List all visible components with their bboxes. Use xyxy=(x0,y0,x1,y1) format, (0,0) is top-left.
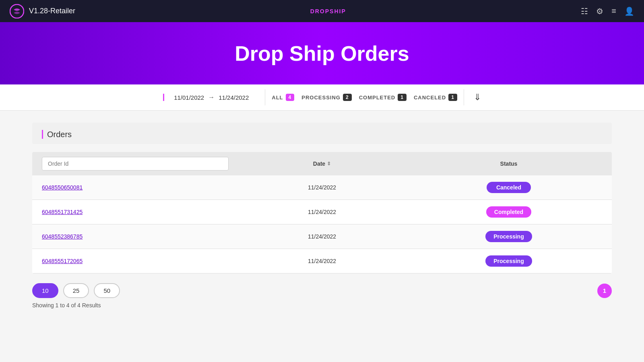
apps-icon[interactable]: ≡ xyxy=(611,6,616,16)
status-badge: Canceled xyxy=(487,182,531,193)
order-id-cell: 6048550650081 xyxy=(42,184,229,191)
nav-left: V1.28-Retailer xyxy=(10,4,75,19)
per-page-25-btn[interactable]: 25 xyxy=(63,283,89,298)
pagination-pages: 1 xyxy=(597,284,612,298)
date-sort-icon[interactable]: ⇕ xyxy=(327,161,331,167)
filter-completed-label: COMPLETED xyxy=(359,95,396,101)
order-id-cell: 6048552386785 xyxy=(42,233,229,240)
order-date-cell: 11/24/2022 xyxy=(229,184,415,191)
page-title: Drop Ship Orders xyxy=(235,41,409,66)
pagination-bar: 10 25 50 1 xyxy=(32,283,612,298)
orders-section-title: Orders xyxy=(42,130,72,139)
table-row: 6048555172065 11/24/2022 Processing xyxy=(32,249,612,274)
order-id-search-input[interactable] xyxy=(42,157,229,171)
per-page-50-btn[interactable]: 50 xyxy=(94,283,120,298)
table-body: 6048550650081 11/24/2022 Canceled 604855… xyxy=(32,175,612,274)
filter-canceled-btn[interactable]: CANCELED 1 xyxy=(414,94,457,101)
order-date-cell: 11/24/2022 xyxy=(229,233,415,240)
grid-list-icon[interactable]: ☷ xyxy=(581,6,588,16)
order-id-link[interactable]: 6048552386785 xyxy=(42,233,83,240)
download-icon[interactable]: ⇓ xyxy=(474,92,481,103)
date-column-header: Date ⇕ xyxy=(229,160,415,167)
page-1-btn[interactable]: 1 xyxy=(597,284,612,298)
filter-processing-badge: 2 xyxy=(343,94,352,101)
order-id-link[interactable]: 6048555172065 xyxy=(42,258,83,264)
filter-processing-label: PROCESSING xyxy=(301,95,341,101)
order-status-cell: Processing xyxy=(415,255,602,267)
order-date-cell: 11/24/2022 xyxy=(229,258,415,264)
user-icon[interactable]: 👤 xyxy=(624,6,634,16)
orders-section-header: Orders xyxy=(32,123,612,144)
order-date-cell: 11/24/2022 xyxy=(229,209,415,215)
date-range-section: 11/01/2022 → 11/24/2022 xyxy=(163,94,258,101)
filter-divider-2 xyxy=(464,89,464,105)
order-status-cell: Completed xyxy=(415,206,602,218)
table-row: 6048550650081 11/24/2022 Canceled xyxy=(32,175,612,200)
filter-divider-1 xyxy=(265,89,265,105)
nav-right: ☷ ⚙ ≡ 👤 xyxy=(581,6,634,16)
per-page-10-btn[interactable]: 10 xyxy=(32,283,58,298)
top-navbar: V1.28-Retailer DROPSHIP ☷ ⚙ ≡ 👤 xyxy=(0,0,644,22)
filter-processing-btn[interactable]: PROCESSING 2 xyxy=(301,94,351,101)
filter-completed-badge: 1 xyxy=(398,94,407,101)
settings-icon[interactable]: ⚙ xyxy=(596,6,603,16)
order-id-search-cell xyxy=(42,157,229,171)
date-arrow: → xyxy=(208,94,215,101)
order-id-link[interactable]: 6048551731425 xyxy=(42,209,83,215)
order-status-cell: Processing xyxy=(415,231,602,242)
status-badge: Completed xyxy=(486,206,531,218)
filter-canceled-badge: 1 xyxy=(448,94,457,101)
date-to[interactable]: 11/24/2022 xyxy=(219,94,249,101)
status-badge: Processing xyxy=(485,231,532,242)
filter-all-btn[interactable]: ALL 4 xyxy=(272,94,294,101)
order-status-cell: Canceled xyxy=(415,182,602,193)
showing-results-text: Showing 1 to 4 of 4 Results xyxy=(32,302,612,309)
status-column-header: Status xyxy=(415,160,602,167)
order-id-link[interactable]: 6048550650081 xyxy=(42,184,83,191)
order-id-cell: 6048551731425 xyxy=(42,208,229,216)
table-row: 6048551731425 11/24/2022 Completed xyxy=(32,200,612,224)
filter-all-badge: 4 xyxy=(286,94,295,101)
main-content: Orders Date ⇕ Status 6048550650081 11/24… xyxy=(0,111,644,321)
svg-point-0 xyxy=(10,4,24,18)
page-banner: Drop Ship Orders xyxy=(0,22,644,84)
status-badge: Processing xyxy=(485,255,532,267)
date-from[interactable]: 11/01/2022 xyxy=(174,94,204,101)
filter-all-label: ALL xyxy=(272,95,283,101)
app-title: V1.28-Retailer xyxy=(29,7,75,15)
order-id-cell: 6048555172065 xyxy=(42,257,229,265)
table-header: Date ⇕ Status xyxy=(32,152,612,175)
app-logo xyxy=(10,4,24,19)
filter-bar: 11/01/2022 → 11/24/2022 ALL 4 PROCESSING… xyxy=(0,84,644,111)
orders-table: Date ⇕ Status 6048550650081 11/24/2022 C… xyxy=(32,152,612,274)
filter-canceled-label: CANCELED xyxy=(414,95,446,101)
table-row: 6048552386785 11/24/2022 Processing xyxy=(32,224,612,249)
status-filter-section: ALL 4 PROCESSING 2 COMPLETED 1 CANCELED … xyxy=(272,94,457,101)
nav-dropship-label: DROPSHIP xyxy=(310,8,346,14)
filter-completed-btn[interactable]: COMPLETED 1 xyxy=(359,94,407,101)
